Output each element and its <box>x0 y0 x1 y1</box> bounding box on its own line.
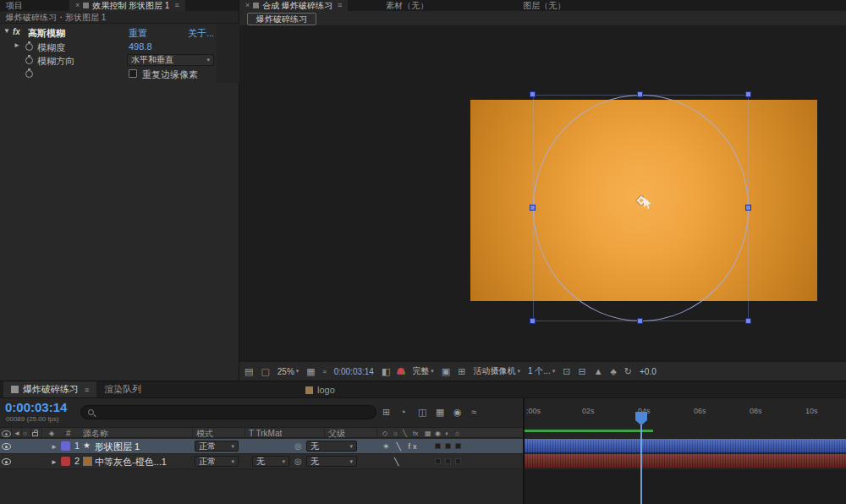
current-timecode[interactable]: 0:00:03:14 <box>5 400 67 414</box>
tab-layer[interactable]: 图层（无） <box>517 0 571 11</box>
shy-switch-icon[interactable]: ◇ <box>382 428 387 439</box>
label-column-icon[interactable]: ◈ <box>49 428 54 439</box>
switch-cell[interactable] <box>455 443 461 449</box>
comp-nav-chip[interactable]: 爆炸破碎练习 <box>247 13 316 25</box>
zoom-select[interactable]: 25% ▾ <box>277 367 299 376</box>
grid-guides-icon[interactable]: ▦ <box>306 366 315 377</box>
layer-switches[interactable]: ☀ ╲ fx <box>382 442 420 451</box>
selection-handle-top-center[interactable] <box>637 91 643 97</box>
motion-blur-switch-icon[interactable]: ◉ <box>435 428 441 439</box>
close-icon[interactable]: × <box>245 0 250 11</box>
selection-handle-bottom-center[interactable] <box>637 318 643 324</box>
layer-row-2[interactable]: ► 2 中等灰色-橙色...1 正常 ▾ 无 ▾ ◎ 无 ▾ ╲ <box>0 454 523 469</box>
layer-bar-1[interactable] <box>525 439 846 452</box>
3d-switch-icon[interactable]: ⌂ <box>455 428 459 439</box>
tab-logo-comp[interactable]: logo <box>298 381 343 398</box>
blend-mode-dropdown[interactable]: 正常 ▾ <box>195 441 239 452</box>
view-layout-select[interactable]: 1 个... ▾ <box>528 365 555 377</box>
toolbar-timecode[interactable]: 0:00:03:14 <box>334 367 374 376</box>
fx-icon[interactable]: fx <box>13 27 20 36</box>
motion-blur-icon[interactable]: ◉ <box>453 407 462 418</box>
layer-bar-2[interactable] <box>525 454 846 468</box>
mini-flowchart-icon[interactable]: ⊞ <box>382 407 390 418</box>
stopwatch-icon[interactable] <box>25 43 33 51</box>
timeline-track-area[interactable]: :00s 02s 04s 06s 08s 10s <box>525 398 846 504</box>
tab-render-queue[interactable]: 渲染队列 <box>96 381 149 397</box>
fx-switch-icon[interactable]: fx <box>413 428 418 439</box>
timeline-search-input[interactable] <box>80 405 376 419</box>
switch-cell[interactable] <box>445 458 451 464</box>
layer-switches[interactable]: ╲ <box>394 457 401 466</box>
layer-name[interactable]: 形状图层 1 <box>95 441 140 453</box>
direction-dropdown[interactable]: 水平和垂直 ▾ <box>127 54 214 66</box>
about-link[interactable]: 关于... <box>188 27 214 40</box>
layer-row-1[interactable]: ► 1 ★ 形状图层 1 正常 ▾ ◎ 无 ▾ ☀ ╲ fx <box>0 439 523 454</box>
selection-handle-middle-left[interactable] <box>530 205 536 211</box>
draft-3d-icon[interactable]: ◔ <box>400 407 406 417</box>
stopwatch-icon[interactable] <box>25 70 33 78</box>
playhead-line[interactable] <box>640 425 642 504</box>
flowchart-icon[interactable]: ♣ <box>611 366 617 376</box>
resolution-select[interactable]: 完整 ▾ <box>412 365 434 377</box>
pixel-aspect-icon[interactable]: ⊡ <box>563 366 570 377</box>
selection-handle-middle-right[interactable] <box>745 205 751 211</box>
repeat-edge-checkbox[interactable] <box>129 69 137 78</box>
effect-name[interactable]: 高斯模糊 <box>28 27 65 40</box>
mask-roi-icon[interactable]: ▫ <box>323 366 327 376</box>
pickwhip-icon[interactable]: ◎ <box>294 457 302 466</box>
blurriness-value[interactable]: 498.8 <box>129 41 152 52</box>
main-monitor-icon[interactable]: ▢ <box>261 366 269 377</box>
eye-icon[interactable] <box>2 458 11 465</box>
source-name-column[interactable]: 源名称 <box>83 428 108 439</box>
transparency-grid-icon[interactable]: ⊞ <box>458 366 465 377</box>
parent-dropdown[interactable]: 无 ▾ <box>306 456 357 467</box>
panel-menu-icon[interactable]: ≡ <box>174 0 179 11</box>
trkmat-dropdown[interactable]: 无 ▾ <box>252 456 289 467</box>
label-color-chip[interactable] <box>61 457 70 466</box>
ellipse-path-outline[interactable] <box>533 95 749 321</box>
close-icon[interactable]: × <box>75 0 80 11</box>
switch-cell[interactable] <box>435 458 441 464</box>
selection-handle-top-left[interactable] <box>530 91 536 97</box>
tab-timeline-comp[interactable]: 爆炸破碎练习 ≡ <box>3 381 96 397</box>
graph-editor-icon[interactable]: ≈ <box>471 407 476 417</box>
parent-dropdown[interactable]: 无 ▾ <box>306 441 357 452</box>
trkmat-column[interactable]: T TrkMat <box>249 428 282 439</box>
tab-footage[interactable]: 素材（无） <box>380 0 434 11</box>
tab-project[interactable]: 项目 <box>0 0 29 11</box>
pickwhip-icon[interactable]: ◎ <box>294 441 302 451</box>
tab-effect-controls[interactable]: × 效果控制 形状图层 1 ≡ <box>69 0 185 11</box>
stopwatch-icon[interactable] <box>25 57 33 64</box>
fast-preview-icon[interactable]: ⊟ <box>578 366 585 377</box>
reset-link[interactable]: 重置 <box>129 27 147 40</box>
snapshot-icon[interactable]: ◧ <box>382 366 390 377</box>
tab-composition[interactable]: × 合成 爆炸破碎练习 ≡ <box>239 0 348 11</box>
switch-cell[interactable] <box>455 458 461 464</box>
collapse-switch-icon[interactable]: ☼ <box>393 428 398 439</box>
exposure-value[interactable]: +0.0 <box>640 367 656 376</box>
always-preview-icon[interactable]: ▤ <box>244 366 253 377</box>
playhead-handle[interactable] <box>635 412 647 425</box>
hide-shy-layers-icon[interactable]: ◫ <box>418 407 426 418</box>
switch-cell[interactable] <box>445 443 451 449</box>
panel-menu-icon[interactable]: ≡ <box>338 0 342 11</box>
reset-exposure-icon[interactable]: ↻ <box>624 366 632 377</box>
channels-icon[interactable] <box>398 368 404 375</box>
layer-name[interactable]: 中等灰色-橙色...1 <box>95 456 167 468</box>
label-color-chip[interactable] <box>61 441 70 451</box>
frame-blend-switch-icon[interactable]: ▦ <box>425 428 431 439</box>
selection-handle-bottom-left[interactable] <box>530 318 536 324</box>
mode-column[interactable]: 模式 <box>196 428 213 439</box>
blend-mode-dropdown[interactable]: 正常 ▾ <box>195 456 239 467</box>
switch-cell[interactable] <box>435 443 441 449</box>
effect-collapse-icon[interactable]: ▼ <box>3 27 10 35</box>
timeline-jump-icon[interactable]: ▲ <box>594 366 603 376</box>
region-of-interest-icon[interactable]: ▣ <box>442 366 450 377</box>
adjustment-switch-icon[interactable]: ◐ <box>445 428 449 439</box>
expand-icon[interactable]: ► <box>51 458 58 466</box>
camera-select[interactable]: 活动摄像机 ▾ <box>473 365 520 377</box>
index-column[interactable]: # <box>66 428 71 439</box>
quality-switch-icon[interactable]: ╲ <box>403 428 407 439</box>
expander-icon[interactable]: ► <box>14 41 20 49</box>
panel-menu-icon[interactable]: ≡ <box>85 386 89 394</box>
